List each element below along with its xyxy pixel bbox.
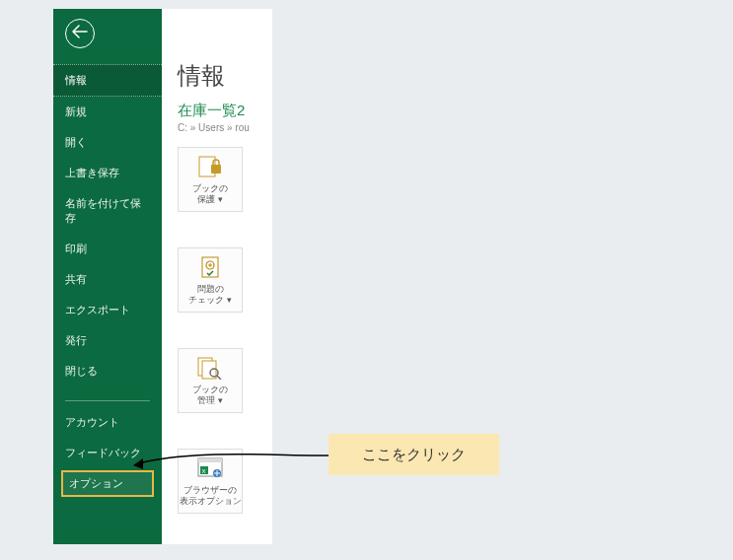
callout-text: ここをクリック [362,446,466,464]
sidebar-item-saveas[interactable]: 名前を付けて保存 [53,188,162,234]
svg-text:X: X [202,468,206,474]
sidebar-item-info[interactable]: 情報 [53,64,162,97]
svg-rect-11 [198,458,222,462]
sidebar-label: 新規 [65,105,87,117]
tile-label-line1: ブックの [192,385,228,395]
svg-rect-1 [211,165,221,174]
sidebar-label: 発行 [65,334,87,346]
sidebar-item-publish[interactable]: 発行 [53,325,162,356]
sidebar-label: 閉じる [65,365,98,377]
tile-check-issues[interactable]: 問題の チェック ▾ [178,247,243,313]
sidebar-divider [65,400,150,401]
sidebar-item-options[interactable]: オプション [61,470,154,497]
inspect-icon [196,254,224,280]
tile-label-line2: 保護 ▾ [197,194,223,205]
sidebar-label: エクスポート [65,304,130,315]
sidebar-item-account[interactable]: アカウント [53,407,162,438]
page-title: 情報 [178,60,260,92]
backstage-sidebar: 情報 新規 開く 上書き保存 名前を付けて保存 印刷 共有 エクスポート 発行 … [53,9,162,544]
lock-icon [196,154,224,179]
backstage-panel: 情報 新規 開く 上書き保存 名前を付けて保存 印刷 共有 エクスポート 発行 … [53,9,272,544]
sidebar-item-export[interactable]: エクスポート [53,295,162,325]
tile-label-line1: ブラウザーの [183,485,237,496]
sidebar-label: 印刷 [65,243,87,254]
sidebar-item-print[interactable]: 印刷 [53,234,162,264]
arrow-left-icon [72,25,88,42]
browser-options-icon: X [196,455,224,481]
sidebar-item-open[interactable]: 開く [53,127,162,158]
sidebar-label: オプション [69,477,123,489]
sidebar-item-share[interactable]: 共有 [53,264,162,295]
tile-label-line2: 管理 ▾ [197,395,223,406]
sidebar-item-feedback[interactable]: フィードバック [53,438,162,468]
sidebar-label: 情報 [65,74,87,86]
tile-manage-workbook[interactable]: ブックの 管理 ▾ [178,348,243,413]
manage-icon [196,355,224,381]
annotation-callout: ここをクリック [329,434,499,475]
document-name: 在庫一覧2 [178,102,260,120]
sidebar-item-close[interactable]: 閉じる [53,356,162,386]
tile-label-line2: 表示オプション [180,496,242,507]
sidebar-item-new[interactable]: 新規 [53,97,162,127]
sidebar-label: 上書き保存 [65,167,119,178]
tile-label-line1: 問題の [197,284,224,295]
sidebar-label: 共有 [65,273,87,285]
tile-protect-workbook[interactable]: ブックの 保護 ▾ [178,147,243,212]
back-button[interactable] [65,19,95,48]
svg-line-9 [217,376,221,380]
sidebar-item-save[interactable]: 上書き保存 [53,158,162,188]
backstage-content: 情報 在庫一覧2 C: » Users » rou ブックの 保護 ▾ [162,9,272,544]
document-path: C: » Users » rou [178,122,260,133]
tile-group: ブックの 保護 ▾ 問題の チェック ▾ [178,147,260,514]
tile-label-line2: チェック ▾ [188,295,232,306]
tile-label-line1: ブックの [192,183,228,194]
sidebar-label: 開く [65,136,87,148]
sidebar-label: アカウント [65,416,119,428]
sidebar-label: 名前を付けて保存 [65,197,141,224]
sidebar-label: フィードバック [65,447,141,458]
tile-browser-view-options[interactable]: X ブラウザーの 表示オプション [178,449,243,514]
